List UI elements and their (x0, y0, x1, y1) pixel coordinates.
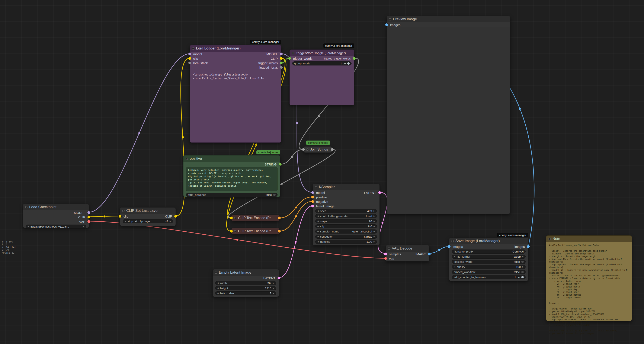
input-port-samples[interactable] (384, 252, 387, 255)
output-port-vae[interactable] (88, 220, 90, 223)
widget-width[interactable]: ◀ width 832 ▶ (215, 281, 276, 285)
toggle-pip-icon[interactable] (347, 62, 350, 64)
increment-icon[interactable]: ▶ (273, 287, 274, 289)
node-header[interactable]: TriggerWord Toggle (LoraManager) (290, 50, 354, 56)
collapse-toggle-icon[interactable] (192, 47, 194, 50)
widget-stop-at-clip-layer[interactable]: ◀ stop_at_clip_layer -2 ▶ (123, 219, 173, 223)
combo-next-icon[interactable]: ▶ (522, 256, 524, 258)
output-port-image[interactable] (428, 252, 431, 255)
node-header[interactable]: KSampler (313, 184, 380, 190)
collapse-toggle-icon[interactable] (215, 272, 217, 274)
decrement-icon[interactable]: ◀ (317, 210, 319, 212)
node-triggerword-toggle[interactable]: TriggerWord Toggle (LoraManager) trigger… (290, 50, 354, 105)
collapse-toggle-icon[interactable] (548, 238, 551, 240)
decrement-icon[interactable]: ◀ (317, 220, 319, 222)
decrement-icon[interactable]: ◀ (217, 292, 219, 294)
prompt-textarea[interactable]: highres, very detailed, amazing quality,… (186, 167, 278, 191)
widget-file-format[interactable]: ◀ file_format webp ▶ (452, 255, 526, 259)
toggle-pip-icon[interactable] (273, 194, 276, 196)
node-header[interactable]: positive (184, 156, 280, 162)
increment-icon[interactable]: ▶ (374, 210, 375, 212)
node-positive-prompt[interactable]: positive STRING highres, very detailed, … (183, 155, 280, 197)
widget-height[interactable]: ◀ height 1216 ▶ (215, 286, 276, 290)
node-header[interactable]: Preview Image (387, 16, 510, 22)
input-port-positive[interactable] (311, 196, 314, 198)
node-clip-text-encode-positive[interactable]: CLIP Text Encode (Pr (231, 215, 280, 221)
collapse-toggle-icon[interactable] (292, 52, 294, 54)
widget-ckpt-name[interactable]: ◀ ilwaiNSFWIllustrious_v110.s... ▶ (26, 224, 86, 228)
node-join-strings[interactable]: Join Strings (303, 146, 332, 153)
toggle-pip-icon[interactable] (521, 276, 524, 278)
output-port-latent[interactable] (278, 276, 280, 280)
increment-icon[interactable]: ▶ (374, 226, 375, 227)
increment-icon[interactable]: ▶ (374, 241, 375, 243)
combo-prev-icon[interactable]: ◀ (454, 256, 455, 258)
node-header[interactable]: VAE Decode (386, 245, 429, 252)
widget-steps[interactable]: ◀ steps 20 ▶ (315, 219, 377, 223)
node-header[interactable]: Save Image (LoraManager) (449, 238, 528, 244)
node-ksampler[interactable]: KSampler model LATENT positive negative … (312, 184, 380, 246)
output-port-string[interactable] (279, 163, 282, 166)
node-header[interactable]: Note (546, 236, 632, 242)
node-graph-canvas[interactable]: comfyui-lora-manager comfyui-lora-manage… (0, 0, 644, 344)
input-port-clip[interactable] (230, 230, 233, 233)
decrement-icon[interactable]: ◀ (317, 226, 319, 227)
output-port-clip[interactable] (88, 216, 90, 218)
increment-icon[interactable]: ▶ (273, 292, 274, 294)
widget-control-after-generate[interactable]: ◀ control after generate fixed ▶ (315, 214, 377, 218)
input-port-clip[interactable] (118, 215, 122, 218)
input-port-negative[interactable] (311, 200, 314, 203)
output-port-model[interactable] (88, 211, 90, 214)
combo-prev-icon[interactable]: ◀ (317, 230, 319, 232)
increment-icon[interactable]: ▶ (522, 266, 524, 268)
widget-filename-prefix[interactable]: filename_prefix ComfyUI (452, 250, 526, 254)
input-port-strings[interactable] (302, 148, 305, 151)
increment-icon[interactable]: ▶ (374, 220, 375, 222)
widget-cfg[interactable]: ◀ cfg 8.0 ▶ (315, 224, 377, 228)
increment-icon[interactable]: ▶ (170, 220, 171, 222)
node-clip-text-encode-negative[interactable]: CLIP Text Encode (Pr (231, 228, 280, 234)
collapse-toggle-icon[interactable] (306, 148, 308, 151)
combo-next-icon[interactable]: ▶ (83, 226, 84, 228)
node-empty-latent-image[interactable]: Empty Latent Image LATENT ◀ width 832 ▶ … (212, 269, 279, 297)
input-port-vae[interactable] (384, 257, 387, 260)
node-vae-decode[interactable]: VAE Decode samples IMAGE vae (386, 245, 430, 262)
combo-prev-icon[interactable]: ◀ (317, 236, 319, 238)
input-port-images[interactable] (448, 245, 450, 248)
decrement-icon[interactable]: ◀ (317, 241, 319, 243)
node-clip-set-last-layer[interactable]: CLIP Set Last Layer clip CLIP ◀ stop_at_… (120, 207, 176, 226)
collapse-toggle-icon[interactable] (452, 240, 454, 242)
collapse-toggle-icon[interactable] (388, 248, 390, 250)
collapse-toggle-icon[interactable] (234, 217, 236, 219)
toggle-pip-icon[interactable] (521, 260, 524, 263)
node-load-checkpoint[interactable]: Load Checkpoint MODEL CLIP VAE ◀ ilwaiNS… (23, 204, 89, 228)
note-text[interactable]: Available filename_prefix Pattern Codes … (546, 242, 632, 337)
combo-next-icon[interactable]: ▶ (374, 236, 375, 238)
combo-next-icon[interactable]: ▶ (374, 215, 375, 217)
collapse-toggle-icon[interactable] (25, 206, 28, 208)
collapse-toggle-icon[interactable] (389, 18, 391, 20)
output-port-conditioning[interactable] (278, 230, 281, 233)
input-port-model[interactable] (188, 52, 191, 55)
output-port-joined-string[interactable] (331, 148, 334, 151)
widget-denoise[interactable]: ◀ denoise 1.00 ▶ (315, 240, 377, 244)
output-port-clip[interactable] (174, 215, 177, 218)
collapse-toggle-icon[interactable] (186, 158, 188, 160)
collapse-toggle-icon[interactable] (234, 230, 236, 232)
combo-next-icon[interactable]: ▶ (374, 230, 375, 232)
output-port-model[interactable] (280, 52, 283, 55)
decrement-icon[interactable]: ◀ (454, 266, 455, 268)
input-port-lora-stack[interactable] (188, 62, 191, 64)
widget-scheduler[interactable]: ◀ scheduler karras ▶ (315, 234, 377, 239)
toggle-pip-icon[interactable] (521, 271, 524, 273)
output-port-latent[interactable] (378, 191, 381, 194)
widget-lossless-webp[interactable]: lossless_webp false (452, 260, 526, 264)
input-port-clip[interactable] (230, 217, 233, 220)
output-port-loaded-loras[interactable] (280, 66, 283, 69)
input-port-trigger-words[interactable] (288, 57, 291, 60)
node-header[interactable]: Lora Loader (LoraManager) (190, 45, 281, 52)
node-save-image[interactable]: Save Image (LoraManager) images images f… (449, 238, 528, 281)
output-port-trigger-words[interactable] (280, 62, 283, 64)
widget-quality[interactable]: ◀ quality 100 ▶ (452, 265, 526, 269)
output-port-filtered-trigger-words[interactable] (353, 57, 356, 60)
